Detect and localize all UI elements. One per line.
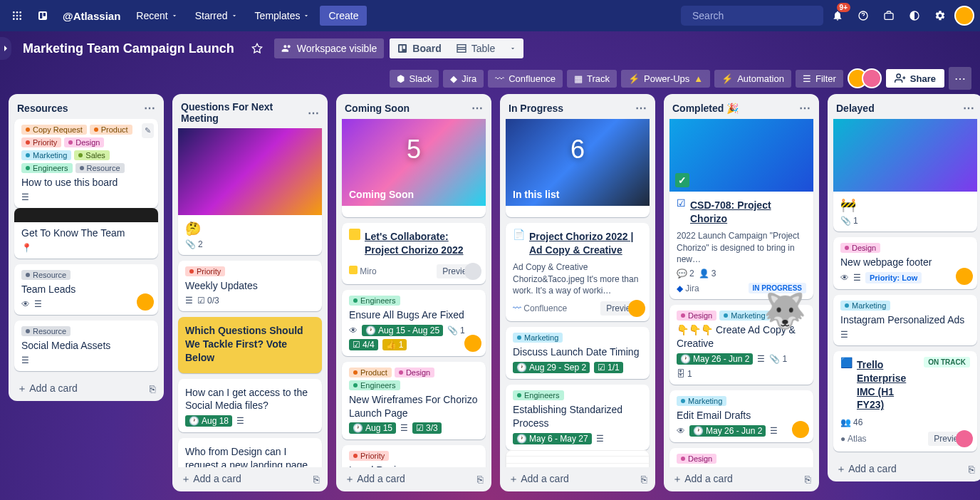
card[interactable]: 5Coming Soon [342,119,486,217]
add-card-button[interactable]: ＋ Add a card⎘ [500,467,655,491]
add-card-button[interactable]: ＋ Add a card⎘ [664,467,819,491]
template-icon[interactable]: ⎘ [805,474,810,485]
template-icon[interactable]: ⎘ [313,474,319,485]
template-icon[interactable]: ⎘ [150,383,155,395]
help-icon[interactable] [852,4,875,27]
description-icon: ☰ [770,426,778,436]
label-text: Resource [33,271,66,279]
track-button[interactable]: ▦ Track [567,70,617,88]
template-icon[interactable]: ⎘ [477,474,483,485]
label-text: Priority [360,452,385,460]
search-input[interactable] [692,10,817,21]
notifications-icon[interactable]: 9+ [826,4,849,27]
card[interactable]: ✎ Copy Request Product Priority Design M… [14,119,158,208]
view-board-button[interactable]: Board [390,38,448,58]
confluence-button[interactable]: 〰 Confluence [488,70,563,88]
card[interactable]: ✓ ☑CSD-708: Project Chorizo 2022 Launch … [669,119,813,299]
filter-button[interactable]: ☰ Filter [796,70,843,88]
share-button[interactable]: Share [886,69,944,88]
card[interactable]: Resource Team Leads 👁☰ [14,264,158,315]
nav-recent[interactable]: Recent [129,6,184,26]
card[interactable]: How can I get access to the Social Media… [178,379,322,433]
card[interactable]: Marketing Instagram Personalized Ads ☰ [833,295,977,345]
card[interactable] [506,450,650,467]
board-title[interactable]: Marketing Team Campaign Launch [17,41,240,56]
card[interactable]: 📄Project Chorizo 2022 | Ad Copy & Creati… [506,223,650,321]
create-button[interactable]: Create [320,6,367,26]
member-avatar[interactable] [628,300,645,317]
nav-starred-label: Starred [195,10,228,21]
member-avatar[interactable] [956,268,973,285]
card[interactable]: Resource Social Media Assets ☰ [14,321,158,371]
list-title[interactable]: Delayed [836,103,875,114]
add-card-button[interactable]: ＋ Add a card⎘ [828,457,980,481]
add-card-button[interactable]: ＋ Add a card⎘ [9,377,164,401]
theme-icon[interactable] [903,4,926,27]
card[interactable]: 6In this list [506,119,650,217]
list-menu-icon[interactable]: ⋯ [308,106,319,120]
sidebar-expand-icon[interactable] [0,37,11,60]
template-icon[interactable]: ⎘ [969,464,974,475]
briefcase-icon[interactable] [877,4,900,27]
board-menu-icon[interactable]: ⋯ [949,67,971,90]
add-card-button[interactable]: ＋ Add a card⎘ [336,467,491,491]
star-icon[interactable] [246,37,269,60]
template-icon[interactable]: ⎘ [641,474,647,485]
card[interactable]: Design New webpage footer 👁☰Priority: Lo… [833,237,977,289]
card[interactable]: Get To Know The Team 📍 [14,208,158,259]
list-menu-icon[interactable]: ⋯ [963,101,974,115]
jira-button[interactable]: ◆ Jira [443,70,484,88]
card[interactable]: Priority Legal Review 🕐 Sep 5 - Sep 16☰📍 [342,445,486,467]
powerups-button[interactable]: ⚡ Power-Ups ▲ [621,70,710,88]
list-title[interactable]: Questions For Next Meeting [181,101,308,124]
nav-templates[interactable]: Templates [248,6,318,26]
card[interactable]: Which Questions Should We Tackle First? … [178,317,322,373]
card[interactable]: Marketing Discuss Launch Date Timing 🕐 A… [506,327,650,379]
description-icon: ☰ [400,423,408,433]
card[interactable]: Marketing Edit Email Drafts 👁🕐 May 26 - … [669,390,813,442]
card[interactable]: Priority Weekly Updates ☰☑ 0/3 [178,261,322,311]
nav-starred[interactable]: Starred [188,6,245,26]
card[interactable]: ProductDesignEngineers New Wireframes Fo… [342,362,486,440]
card[interactable]: 🚧 📎 1 [833,119,977,231]
list-title[interactable]: Resources [17,103,68,114]
list-title[interactable]: Coming Soon [345,103,410,114]
card[interactable]: 🟦Trello Enterprise IMC (H1 FY23)ON TRACK… [833,351,977,452]
card[interactable]: Design Sketch Site Banner 🕐 May 26 - Jun… [669,448,813,467]
list-menu-icon[interactable]: ⋯ [799,101,810,115]
list-title[interactable]: In Progress [509,103,563,114]
apps-icon[interactable] [6,4,28,27]
list-menu-icon[interactable]: ⋯ [144,101,155,115]
edit-icon[interactable]: ✎ [142,123,154,138]
board-members[interactable] [848,68,882,88]
member-avatar[interactable] [464,335,481,352]
member-avatar[interactable] [137,293,154,311]
list-resources: Resources⋯ ✎ Copy Request Product Priori… [9,94,164,401]
list-menu-icon[interactable]: ⋯ [471,101,483,115]
card[interactable]: 🐺 DesignMarketing 👇👇👇 Create Ad Copy & C… [669,305,813,385]
brand-name[interactable]: @Atlassian [57,10,126,22]
card[interactable]: Engineers Establishing Standarized Proce… [506,385,650,450]
card[interactable]: Engineers Ensure All Bugs Are Fixed 👁🕐 A… [342,290,486,356]
member-avatar[interactable] [464,263,481,280]
member-avatar[interactable] [792,421,809,438]
card[interactable]: 🤔 📎 2 [178,128,322,255]
card[interactable]: Let's Collaborate: Project Chorizo 2022 … [342,223,486,284]
board-canvas[interactable]: Resources⋯ ✎ Copy Request Product Priori… [0,91,980,500]
member-avatar[interactable] [956,430,973,447]
user-avatar[interactable] [954,6,974,26]
automation-button[interactable]: ⚡ Automation [714,70,791,88]
search-box[interactable] [681,6,823,26]
card[interactable]: Who from Design can I request a new land… [178,438,322,467]
slack-button[interactable]: ⬢ Slack [390,70,439,88]
attachment-icon: 📎 1 [769,354,787,364]
view-table-button[interactable]: Table [449,38,502,58]
workspace-visible-button[interactable]: Workspace visible [274,38,385,58]
add-card-button[interactable]: ＋ Add a card⎘ [172,467,328,491]
list-menu-icon[interactable]: ⋯ [635,101,647,115]
trello-logo-icon[interactable] [31,4,54,27]
svg-point-8 [19,18,21,20]
settings-icon[interactable] [929,4,952,27]
view-more-button[interactable] [502,38,523,58]
list-title[interactable]: Completed 🎉 [672,103,739,114]
